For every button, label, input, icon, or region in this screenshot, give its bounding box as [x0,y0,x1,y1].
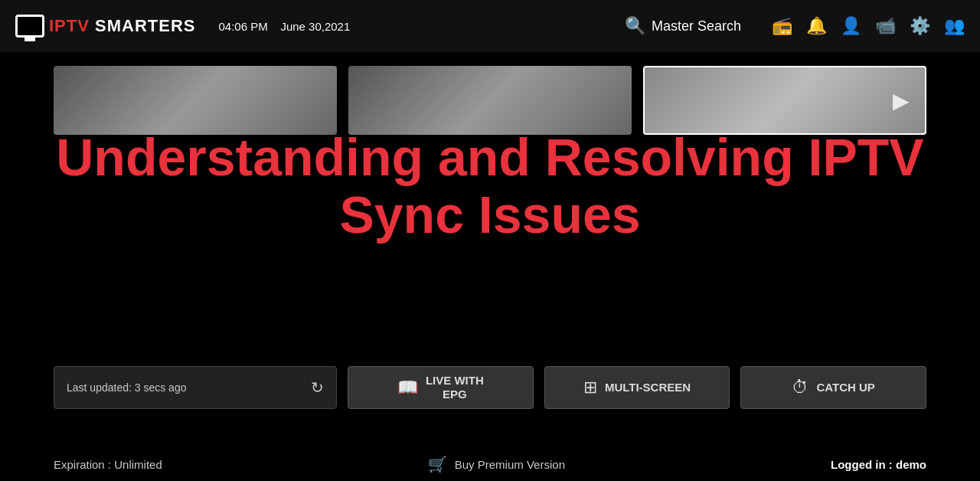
logged-in-display: Logged in : demo [831,458,926,471]
refresh-icon[interactable]: ↻ [311,378,324,397]
catchup-icon: ⏱ [792,378,808,398]
record-icon[interactable]: 📹 [875,16,896,36]
logo-text: IPTV SMARTERS [49,16,195,36]
logo-smarters: SMARTERS [95,16,195,35]
settings-icon[interactable]: ⚙️ [910,16,930,36]
multiscreen-icon: ⊞ [583,378,597,398]
search-icon: 🔍 [625,16,645,36]
master-search-button[interactable]: 🔍 Master Search [625,16,741,36]
logged-in-label: Logged in : [831,458,896,471]
live-epg-label: LIVE WITHEPG [426,374,484,401]
bottom-bar: Last updated: 3 secs ago ↻ 📖 LIVE WITHEP… [0,366,980,481]
status-row: Expiration : Unlimited 🛒 Buy Premium Ver… [0,455,980,473]
expiry-text: Expiration : Unlimited [54,458,162,471]
overlay-title-text: Understanding and Resolving IPTV Sync Is… [46,129,934,244]
expiry-value: Unlimited [114,458,162,471]
overlay-title-line2: Sync Issues [339,185,640,244]
datetime-display: 04:06 PM June 30,2021 [218,20,350,33]
radio-icon[interactable]: 📻 [772,16,792,36]
logo-iptv: IPTV [49,16,90,35]
overlay-title-block: Understanding and Resolving IPTV Sync Is… [0,113,980,259]
buttons-row: Last updated: 3 secs ago ↻ 📖 LIVE WITHEP… [0,366,980,409]
date-display: June 30,2021 [280,20,350,33]
catchup-label: CATCH UP [816,381,874,394]
buy-premium-label: Buy Premium Version [455,458,565,471]
multiscreen-button[interactable]: ⊞ MULTI-SCREEN [544,366,730,409]
tv-logo-icon [15,15,44,38]
live-epg-button[interactable]: 📖 LIVE WITHEPG [348,366,534,409]
update-text: Last updated: 3 secs ago [67,381,186,394]
logo-area: IPTV SMARTERS [15,15,195,38]
header-icon-bar: 📻 🔔 👤 📹 ⚙️ 👥 [772,16,965,36]
cart-icon: 🛒 [428,455,447,473]
last-updated-box: Last updated: 3 secs ago ↻ [54,366,337,409]
user-icon[interactable]: 👤 [841,16,861,36]
epg-icon: 📖 [397,378,418,398]
multiscreen-label: MULTI-SCREEN [605,381,691,394]
app-header: IPTV SMARTERS 04:06 PM June 30,2021 🔍 Ma… [0,0,980,52]
bell-icon[interactable]: 🔔 [806,16,827,36]
logged-in-user: demo [896,458,926,471]
buy-premium-button[interactable]: 🛒 Buy Premium Version [428,455,565,473]
expiry-label: Expiration : [54,458,114,471]
overlay-title-line1: Understanding and Resolving IPTV [56,128,923,186]
main-content: Understanding and Resolving IPTV Sync Is… [0,52,980,481]
search-label: Master Search [652,18,741,34]
multiuser-icon[interactable]: 👥 [944,16,965,36]
time-display: 04:06 PM [218,20,267,33]
catchup-button[interactable]: ⏱ CATCH UP [740,366,926,409]
